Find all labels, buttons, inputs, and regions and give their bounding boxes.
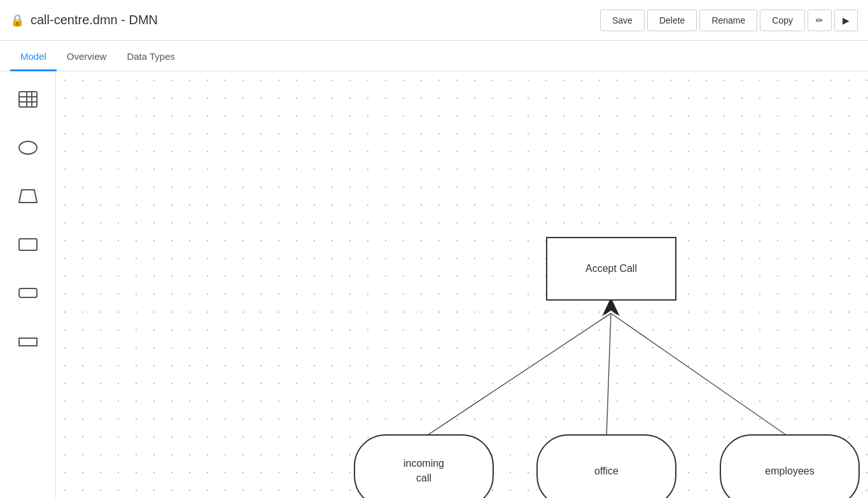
node-incoming-call[interactable]: incomingcall xyxy=(354,434,494,498)
sidebar-item-decision-table[interactable] xyxy=(5,76,51,122)
edit-button[interactable]: ✏ xyxy=(808,10,832,31)
diagram-canvas[interactable]: Accept Call incomingcall office employee… xyxy=(56,71,868,498)
svg-line-11 xyxy=(606,313,611,438)
svg-point-5 xyxy=(19,141,37,154)
tab-overview[interactable]: Overview xyxy=(57,43,117,71)
sidebar-item-input-rect[interactable] xyxy=(5,270,51,316)
svg-line-10 xyxy=(424,313,611,438)
header-buttons: Save Delete Rename Copy ✏ ▶ xyxy=(600,10,858,31)
decision-rect-icon xyxy=(17,233,39,256)
node-incoming-call-label: incomingcall xyxy=(403,457,444,485)
sidebar-item-input-oval[interactable] xyxy=(5,125,51,171)
sidebar-item-decision-rect[interactable] xyxy=(5,222,51,267)
tabs: Model Overview Data Types xyxy=(0,41,868,71)
svg-line-12 xyxy=(611,313,790,438)
save-button[interactable]: Save xyxy=(600,10,645,31)
input-oval-icon xyxy=(17,136,39,159)
svg-rect-8 xyxy=(19,288,37,297)
tab-model[interactable]: Model xyxy=(10,43,57,71)
sidebar-item-output-rect[interactable] xyxy=(5,318,51,364)
header: 🔒 call-centre.dmn - DMN Save Delete Rena… xyxy=(0,0,868,41)
page-title: call-centre.dmn - DMN xyxy=(31,13,158,27)
run-button[interactable]: ▶ xyxy=(834,10,858,31)
node-accept-call-label: Accept Call xyxy=(585,263,637,274)
svg-rect-9 xyxy=(19,338,37,346)
copy-button[interactable]: Copy xyxy=(760,10,805,31)
lock-icon: 🔒 xyxy=(10,13,24,27)
sidebar-item-knowledge-source[interactable] xyxy=(5,173,51,219)
svg-rect-7 xyxy=(19,239,37,250)
rename-button[interactable]: Rename xyxy=(699,10,757,31)
delete-button[interactable]: Delete xyxy=(647,10,697,31)
main: Accept Call incomingcall office employee… xyxy=(0,71,868,498)
node-employees-label: employees xyxy=(765,466,814,477)
node-office-label: office xyxy=(594,466,619,477)
node-accept-call[interactable]: Accept Call xyxy=(546,237,676,301)
svg-rect-0 xyxy=(19,92,37,107)
header-left: 🔒 call-centre.dmn - DMN xyxy=(10,13,158,27)
decision-table-icon xyxy=(17,88,39,111)
knowledge-source-icon xyxy=(17,185,39,208)
node-office[interactable]: office xyxy=(536,434,676,498)
sidebar xyxy=(0,71,56,498)
output-rect-icon xyxy=(17,330,39,353)
tab-data-types[interactable]: Data Types xyxy=(116,43,185,71)
input-rect-icon xyxy=(17,281,39,304)
node-employees[interactable]: employees xyxy=(720,434,860,498)
